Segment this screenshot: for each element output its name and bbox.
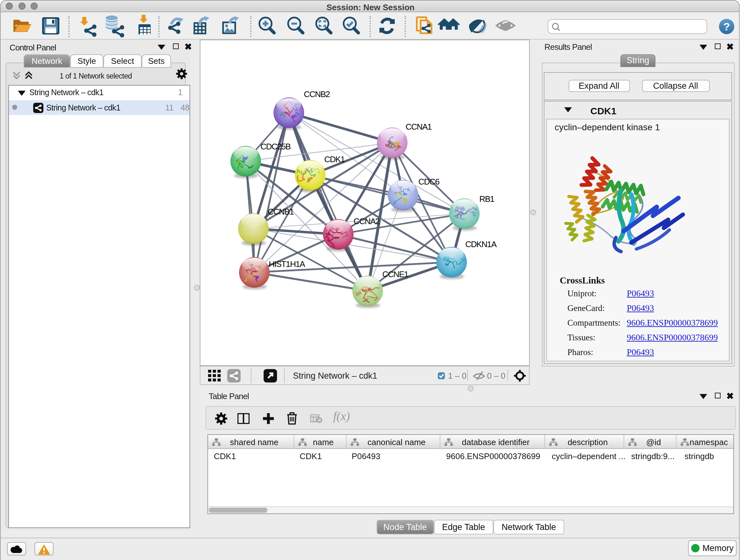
svg-text:?: ?: [723, 20, 730, 33]
